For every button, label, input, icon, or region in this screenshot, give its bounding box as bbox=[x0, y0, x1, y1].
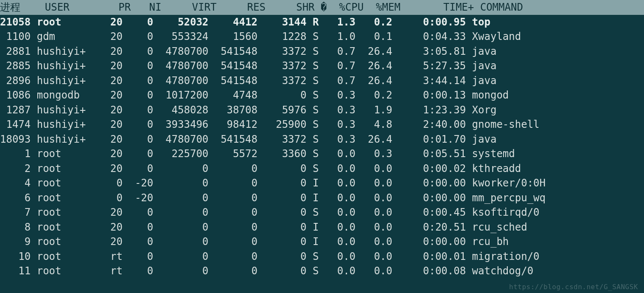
process-row[interactable]: 1086 mongodb 20 0 1017200 4748 0 S 0.3 0… bbox=[0, 88, 644, 103]
process-row[interactable]: 4 root 0 -20 0 0 0 I 0.0 0.0 0:00.00 kwo… bbox=[0, 176, 644, 191]
process-row[interactable]: 2881 hushiyi+ 20 0 4780700 541548 3372 S… bbox=[0, 44, 644, 59]
process-row[interactable]: 11 root rt 0 0 0 0 S 0.0 0.0 0:00.08 wat… bbox=[0, 264, 644, 279]
process-row[interactable]: 7 root 20 0 0 0 0 S 0.0 0.0 0:00.45 ksof… bbox=[0, 205, 644, 220]
process-row[interactable]: 2896 hushiyi+ 20 0 4780700 541548 3372 S… bbox=[0, 73, 644, 88]
process-row[interactable]: 1 root 20 0 225700 5572 3360 S 0.0 0.3 0… bbox=[0, 146, 644, 161]
process-row[interactable]: 1287 hushiyi+ 20 0 458028 38708 5976 S 0… bbox=[0, 103, 644, 118]
process-row[interactable]: 1474 hushiyi+ 20 0 3933496 98412 25900 S… bbox=[0, 117, 644, 132]
watermark-text: https://blog.csdn.net/G_SANGSK bbox=[509, 284, 638, 290]
process-row[interactable]: 1100 gdm 20 0 553324 1560 1228 S 1.0 0.1… bbox=[0, 29, 644, 44]
process-row[interactable]: 10 root rt 0 0 0 0 S 0.0 0.0 0:00.01 mig… bbox=[0, 249, 644, 264]
top-process-table[interactable]: 进程 USER PR NI VIRT RES SHR � %CPU %MEM T… bbox=[0, 0, 644, 279]
process-row[interactable]: 2885 hushiyi+ 20 0 4780700 541548 3372 S… bbox=[0, 59, 644, 73]
process-row[interactable]: 2 root 20 0 0 0 0 S 0.0 0.0 0:00.02 kthr… bbox=[0, 161, 644, 176]
column-header-row[interactable]: 进程 USER PR NI VIRT RES SHR � %CPU %MEM T… bbox=[0, 0, 644, 15]
process-row[interactable]: 18093 hushiyi+ 20 0 4780700 541548 3372 … bbox=[0, 132, 644, 147]
process-row[interactable]: 21058 root 20 0 52032 4412 3144 R 1.3 0.… bbox=[0, 15, 644, 30]
process-row[interactable]: 6 root 0 -20 0 0 0 I 0.0 0.0 0:00.00 mm_… bbox=[0, 191, 644, 206]
process-row[interactable]: 9 root 20 0 0 0 0 I 0.0 0.0 0:00.00 rcu_… bbox=[0, 234, 644, 249]
process-row[interactable]: 8 root 20 0 0 0 0 I 0.0 0.0 0:20.51 rcu_… bbox=[0, 220, 644, 235]
